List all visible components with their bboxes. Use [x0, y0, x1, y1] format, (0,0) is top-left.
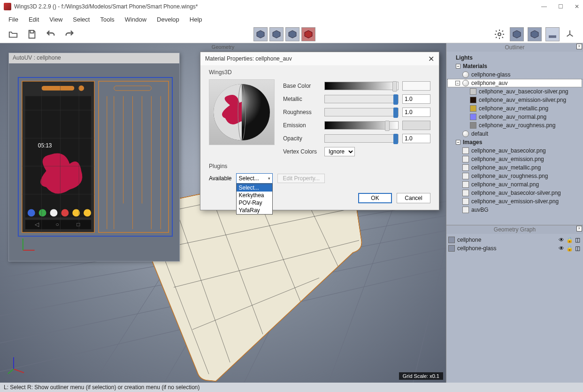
slider-metallic[interactable] — [324, 95, 399, 103]
window-title: Wings3D 2.2.9 () - f:/Wings3d/Modelos/Sm… — [14, 3, 541, 10]
axes-icon[interactable] — [563, 28, 576, 41]
input-opacity[interactable] — [402, 134, 430, 143]
label-opacity: Opacity — [283, 135, 321, 142]
outliner-title: Outliner — [505, 44, 524, 51]
dialog-close-icon[interactable]: ✕ — [428, 54, 434, 63]
open-icon[interactable] — [7, 28, 20, 41]
input-roughness[interactable] — [402, 108, 430, 117]
sel-face-button[interactable] — [285, 27, 299, 41]
tree-materials[interactable]: −Materials — [447, 62, 582, 70]
edit-property-button: Edit Property... — [277, 174, 324, 183]
titlebar: Wings3D 2.2.9 () - f:/Wings3d/Modelos/Sm… — [0, 0, 583, 13]
select-vertex-colors[interactable]: Ignore — [324, 147, 355, 156]
menu-develop[interactable]: Develop — [152, 16, 184, 23]
plugin-option[interactable]: Kerkythea — [237, 192, 272, 199]
autouv-window[interactable]: AutoUV : cellphone 05:13 — [8, 53, 180, 261]
slider-opacity[interactable] — [324, 134, 399, 143]
wire-icon[interactable]: ◫ — [574, 245, 581, 252]
slider-emission[interactable] — [324, 121, 399, 130]
svg-point-36 — [39, 209, 46, 216]
shade-smooth-button[interactable] — [510, 27, 524, 41]
swatch-base-color[interactable] — [402, 81, 430, 91]
redo-icon[interactable] — [63, 28, 76, 41]
tree-item[interactable]: cellphone_auv_basecolor-silver.png — [447, 189, 582, 197]
select-plugin[interactable]: Select...▾ Select... Kerkythea POV-Ray Y… — [236, 173, 273, 184]
tree-lights[interactable]: Lights — [447, 54, 582, 62]
tree-item[interactable]: cellphone_auv_basecolor-silver.png — [447, 87, 582, 96]
slider-roughness[interactable] — [324, 108, 399, 116]
tree-item[interactable]: cellphone-glass — [447, 70, 582, 79]
material-properties-dialog: Material Properties: cellphone_auv ✕ Win… — [200, 52, 439, 210]
sel-body-button[interactable] — [301, 27, 315, 41]
menu-window[interactable]: Window — [120, 16, 151, 23]
maximize-button[interactable]: ☐ — [558, 3, 563, 10]
tree-item[interactable]: cellphone_auv_roughness.png — [447, 172, 582, 180]
eye-icon[interactable]: 👁 — [558, 245, 565, 252]
plugin-option[interactable]: POV-Ray — [237, 199, 272, 207]
input-metallic[interactable] — [402, 94, 430, 104]
slider-base-color[interactable] — [324, 82, 399, 90]
svg-line-19 — [413, 189, 446, 383]
tree-images[interactable]: −Images — [447, 138, 582, 146]
plugin-option[interactable]: Select... — [237, 184, 272, 192]
tree-item[interactable]: cellphone_auv_roughness.png — [447, 121, 582, 130]
tree-item[interactable]: default — [447, 130, 582, 138]
tree-item[interactable]: cellphone_auv_emission.png — [447, 155, 582, 163]
sel-vertex-button[interactable] — [253, 27, 268, 41]
svg-text:05:13: 05:13 — [38, 142, 52, 149]
swatch-emission[interactable] — [402, 121, 430, 130]
tree-item[interactable]: auvBG — [447, 206, 582, 214]
menu-view[interactable]: View — [45, 16, 67, 23]
plugin-dropdown-list[interactable]: Select... Kerkythea POV-Ray YafaRay — [236, 184, 273, 215]
save-icon[interactable] — [25, 28, 38, 41]
tree-item[interactable]: cellphone_auv_normal.png — [447, 113, 582, 121]
lock-icon[interactable]: 🔒 — [566, 245, 573, 252]
svg-marker-0 — [257, 31, 264, 38]
wire-icon[interactable]: ◫ — [574, 236, 581, 244]
shade-flat-button[interactable] — [528, 27, 542, 41]
eye-icon[interactable]: 👁 — [558, 236, 565, 244]
group-plugins: Plugins — [209, 163, 430, 169]
geograph-row[interactable]: cellphone-glass 👁 🔒 ◫ — [448, 244, 581, 253]
undo-icon[interactable] — [44, 28, 57, 41]
tree-item[interactable]: cellphone_auv_metallic.png — [447, 104, 582, 113]
menubar: File Edit View Select Tools Window Devel… — [0, 13, 583, 25]
ok-button[interactable]: OK — [358, 193, 392, 203]
material-preview — [209, 79, 275, 145]
tree-item[interactable]: cellphone_auv_metallic.png — [447, 163, 582, 172]
toolbar — [0, 25, 583, 43]
geograph-row[interactable]: cellphone 👁 🔒 ◫ — [448, 236, 581, 244]
menu-select[interactable]: Select — [68, 16, 94, 23]
label-available: Available — [209, 175, 231, 182]
plugin-option[interactable]: YafaRay — [237, 207, 272, 214]
svg-point-4 — [498, 33, 501, 36]
close-button[interactable]: ✕ — [575, 3, 579, 10]
minimize-button[interactable]: — — [541, 3, 547, 10]
cancel-button[interactable]: Cancel — [397, 193, 430, 203]
dialog-title: Material Properties: cellphone_auv — [205, 55, 292, 62]
menu-help[interactable]: Help — [185, 16, 207, 23]
svg-text:○: ○ — [55, 221, 59, 228]
geograph-close-icon[interactable]: × — [576, 226, 582, 231]
tree-item[interactable]: cellphone_auv_emission-silver.png — [447, 96, 582, 104]
cube-icon — [448, 245, 455, 252]
tree-item[interactable]: cellphone_auv_basecolor.png — [447, 146, 582, 155]
menu-edit[interactable]: Edit — [24, 16, 44, 23]
tree-item[interactable]: cellphone_auv_normal.png — [447, 180, 582, 189]
preferences-icon[interactable] — [493, 28, 506, 41]
statusbar: L: Select R: Show outliner menu (if sele… — [0, 383, 583, 392]
geograph-title: Geometry Graph — [494, 226, 536, 233]
status-text: L: Select R: Show outliner menu (if sele… — [4, 384, 200, 391]
outliner-close-icon[interactable]: × — [576, 44, 582, 49]
menu-file[interactable]: File — [4, 16, 23, 23]
tree-item[interactable]: cellphone_auv_emission-silver.png — [447, 197, 582, 206]
sel-edge-button[interactable] — [269, 27, 284, 41]
svg-rect-46 — [114, 86, 152, 91]
svg-point-38 — [61, 209, 69, 216]
ground-plane-button[interactable] — [545, 27, 560, 41]
grid-scale-badge: Grid Scale: x0.1 — [399, 372, 443, 380]
tree-item-selected[interactable]: −cellphone_auv — [447, 79, 582, 87]
menu-tools[interactable]: Tools — [95, 16, 119, 23]
lock-icon[interactable]: 🔒 — [566, 236, 573, 244]
cube-icon — [448, 237, 455, 243]
